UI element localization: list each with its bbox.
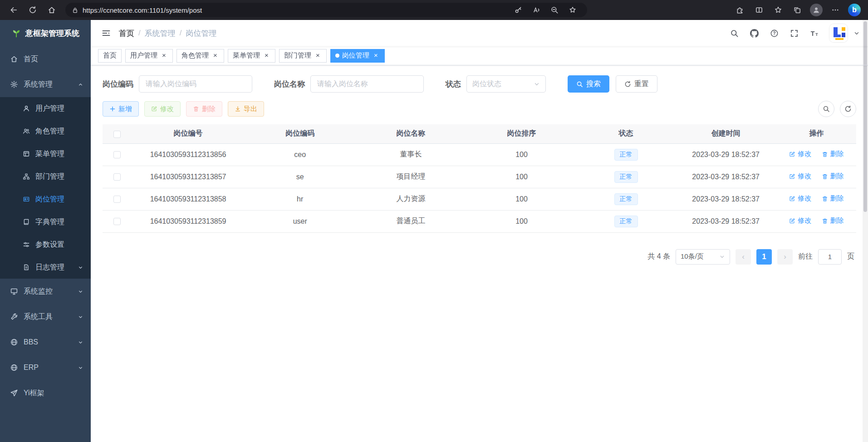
row-edit-link[interactable]: 修改 bbox=[789, 216, 811, 225]
tab-post-mgmt[interactable]: 岗位管理× bbox=[330, 49, 385, 63]
paper-plane-icon bbox=[10, 389, 18, 397]
sidebar-item-label: Yi框架 bbox=[24, 388, 44, 398]
zoom-out-icon[interactable] bbox=[546, 2, 563, 18]
tab-dept-mgmt[interactable]: 部门管理× bbox=[279, 49, 327, 63]
row-checkbox[interactable] bbox=[113, 196, 121, 203]
url-text[interactable]: https://ccnetcore.com:1101/system/post bbox=[83, 6, 506, 14]
app-logo[interactable]: 意框架管理系统 bbox=[0, 20, 91, 46]
sidebar-item-label: 菜单管理 bbox=[35, 149, 64, 159]
font-size-icon[interactable]: TT bbox=[805, 25, 823, 42]
address-bar[interactable]: https://ccnetcore.com:1101/system/post bbox=[65, 3, 587, 17]
goto-page-input[interactable] bbox=[818, 249, 842, 265]
sidebar-item-monitor[interactable]: 系统监控 bbox=[0, 279, 91, 304]
extensions-icon[interactable] bbox=[732, 2, 748, 18]
tab-close-icon[interactable]: × bbox=[160, 52, 168, 59]
table-row[interactable]: 1641030593112313859 user 普通员工 100 正常 202… bbox=[103, 210, 856, 232]
cell-post-sort: 100 bbox=[466, 143, 577, 166]
favorites-add-icon[interactable] bbox=[564, 2, 581, 18]
post-table: 岗位编号 岗位编码 岗位名称 岗位排序 状态 创建时间 操作 164103059… bbox=[103, 124, 856, 233]
sidebar-collapse-icon[interactable] bbox=[98, 25, 114, 41]
row-delete-link[interactable]: 删除 bbox=[822, 194, 844, 203]
current-page-button[interactable]: 1 bbox=[756, 249, 772, 265]
copilot-bing-icon[interactable]: b bbox=[846, 2, 863, 18]
tab-close-icon[interactable]: × bbox=[372, 52, 380, 59]
sidebar-item-erp[interactable]: ERP bbox=[0, 355, 91, 380]
row-delete-link[interactable]: 删除 bbox=[822, 216, 844, 225]
github-icon[interactable] bbox=[745, 25, 763, 42]
breadcrumb-home[interactable]: 首页 bbox=[119, 28, 134, 39]
sidebar-item-yi-framework[interactable]: Yi框架 bbox=[0, 380, 91, 406]
row-edit-link[interactable]: 修改 bbox=[789, 172, 811, 181]
row-checkbox[interactable] bbox=[113, 151, 121, 158]
sidebar-item-log-mgmt[interactable]: 日志管理 bbox=[0, 256, 91, 279]
status-badge: 正常 bbox=[614, 193, 638, 205]
row-checkbox[interactable] bbox=[113, 218, 121, 225]
row-delete-link[interactable]: 删除 bbox=[822, 172, 844, 181]
sidebar-item-role-mgmt[interactable]: 角色管理 bbox=[0, 120, 91, 142]
export-button[interactable]: 导出 bbox=[228, 101, 264, 117]
tags-view-bar: 首页 用户管理× 角色管理× 菜单管理× 部门管理× 岗位管理× bbox=[91, 46, 868, 65]
password-key-icon[interactable] bbox=[510, 2, 526, 18]
edit-button[interactable]: 修改 bbox=[144, 101, 181, 117]
page-size-select[interactable]: 10条/页 bbox=[676, 249, 730, 265]
tab-close-icon[interactable]: × bbox=[211, 52, 219, 59]
status-select[interactable]: 岗位状态 bbox=[466, 75, 546, 93]
post-code-input[interactable] bbox=[139, 75, 252, 93]
row-checkbox[interactable] bbox=[113, 173, 121, 181]
sidebar-item-tools[interactable]: 系统工具 bbox=[0, 304, 91, 329]
user-avatar[interactable] bbox=[829, 24, 848, 43]
home-icon[interactable] bbox=[44, 2, 60, 18]
table-row[interactable]: 1641030593112313856 ceo 董事长 100 正常 2023-… bbox=[103, 143, 856, 166]
page-size-value: 10条/页 bbox=[681, 252, 704, 261]
pagination-total: 共 4 条 bbox=[647, 252, 670, 261]
tab-menu-mgmt[interactable]: 菜单管理× bbox=[228, 49, 275, 63]
sidebar-item-home[interactable]: 首页 bbox=[0, 46, 91, 72]
sidebar-item-menu-mgmt[interactable]: 菜单管理 bbox=[0, 142, 91, 165]
tab-close-icon[interactable]: × bbox=[314, 52, 322, 59]
sidebar-item-user-mgmt[interactable]: 用户管理 bbox=[0, 97, 91, 120]
avatar-caret-icon[interactable] bbox=[853, 30, 860, 36]
back-icon[interactable] bbox=[5, 2, 22, 18]
page-scrollbar[interactable] bbox=[863, 20, 868, 442]
next-page-button[interactable]: › bbox=[777, 249, 793, 265]
col-post-name: 岗位名称 bbox=[355, 124, 466, 143]
select-all-checkbox[interactable] bbox=[113, 131, 121, 138]
tab-role-mgmt[interactable]: 角色管理× bbox=[177, 49, 224, 63]
tab-home[interactable]: 首页 bbox=[98, 49, 122, 63]
refresh-table-button[interactable] bbox=[840, 101, 856, 117]
help-question-icon[interactable]: ? bbox=[765, 25, 783, 42]
table-row[interactable]: 1641030593112313858 hr 人力资源 100 正常 2023-… bbox=[103, 188, 856, 210]
post-name-label: 岗位名称 bbox=[274, 79, 305, 89]
profile-avatar[interactable] bbox=[808, 2, 824, 18]
split-screen-icon[interactable] bbox=[751, 2, 767, 18]
collections-icon[interactable] bbox=[789, 2, 805, 18]
settings-ellipsis-icon[interactable] bbox=[827, 2, 843, 18]
tab-user-mgmt[interactable]: 用户管理× bbox=[125, 49, 173, 63]
read-aloud-icon[interactable] bbox=[528, 2, 544, 18]
tab-label: 部门管理 bbox=[284, 51, 311, 60]
sidebar-item-bbs[interactable]: BBS bbox=[0, 329, 91, 355]
row-delete-link[interactable]: 删除 bbox=[822, 150, 844, 158]
sidebar-item-post-mgmt[interactable]: 岗位管理 bbox=[0, 188, 91, 211]
delete-button[interactable]: 删除 bbox=[186, 101, 222, 117]
fullscreen-icon[interactable] bbox=[785, 25, 803, 42]
row-edit-link[interactable]: 修改 bbox=[789, 194, 811, 203]
prev-page-button[interactable]: ‹ bbox=[736, 249, 751, 265]
sidebar-item-system[interactable]: 系统管理 bbox=[0, 72, 91, 97]
row-edit-link[interactable]: 修改 bbox=[789, 150, 811, 158]
reset-button[interactable]: 重置 bbox=[616, 75, 657, 93]
search-button[interactable]: 搜索 bbox=[568, 75, 609, 93]
favorites-bar-icon[interactable] bbox=[770, 2, 786, 18]
header-search-icon[interactable] bbox=[726, 25, 743, 42]
tab-close-icon[interactable]: × bbox=[263, 52, 270, 59]
post-name-input[interactable] bbox=[310, 75, 424, 93]
sidebar-item-dept-mgmt[interactable]: 部门管理 bbox=[0, 165, 91, 188]
sidebar-item-label: 首页 bbox=[24, 54, 38, 64]
table-row[interactable]: 1641030593112313857 se 项目经理 100 正常 2023-… bbox=[103, 166, 856, 188]
toggle-search-button[interactable] bbox=[818, 101, 834, 117]
sidebar-item-param-settings[interactable]: 参数设置 bbox=[0, 233, 91, 256]
refresh-icon[interactable] bbox=[25, 2, 41, 18]
bing-logo[interactable]: b bbox=[848, 4, 861, 16]
sidebar-item-dict-mgmt[interactable]: 字典管理 bbox=[0, 211, 91, 233]
add-button[interactable]: 新增 bbox=[103, 101, 139, 117]
